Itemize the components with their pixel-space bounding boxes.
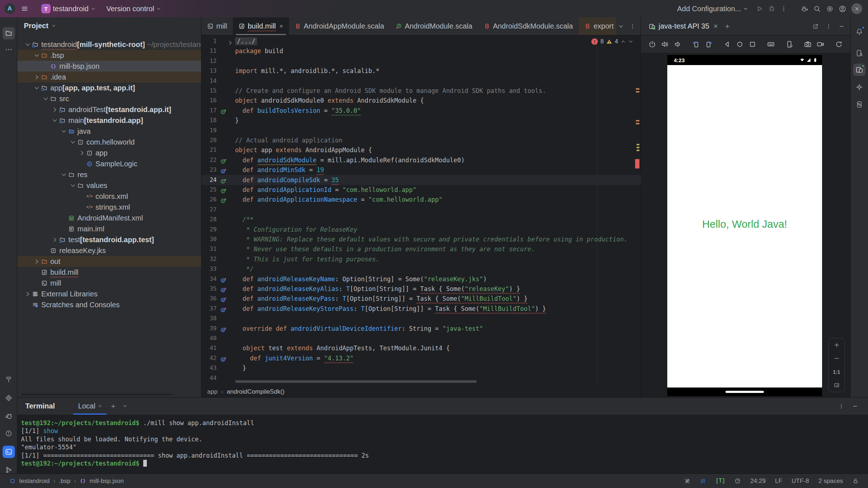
tree-item-SampleLogic[interactable]: CSampleLogic — [17, 158, 201, 169]
mill-override-gutter-icon[interactable]: O — [220, 305, 226, 312]
tree-item-build.mill[interactable]: build.mill — [17, 267, 201, 278]
mill-task-gutter-icon[interactable]: T — [220, 187, 226, 193]
mill-task-status-icon[interactable]: [T] — [715, 478, 725, 484]
tree-item-main[interactable]: main [testandroid.app] — [17, 115, 201, 126]
line-number[interactable]: 38 — [201, 313, 217, 324]
vcs-widget[interactable]: Version control — [103, 3, 164, 15]
line-number[interactable]: 44 — [201, 373, 217, 383]
line-number[interactable]: 25 — [201, 185, 217, 195]
tool-strip-more-tool-windows[interactable] — [3, 43, 15, 56]
line-number[interactable]: 30 — [201, 234, 217, 244]
line-number[interactable]: 21 — [201, 145, 217, 155]
tree-item-out[interactable]: out — [17, 256, 201, 267]
chevron-right-icon[interactable] — [25, 291, 31, 297]
bsp-sync-icon[interactable] — [700, 478, 706, 484]
line-number[interactable]: 32 — [201, 254, 217, 264]
line-number[interactable]: 31 — [201, 244, 217, 254]
terminal-options-icon[interactable] — [838, 403, 844, 409]
chevron-down-icon[interactable] — [25, 42, 31, 48]
close-terminal-tab-icon[interactable]: × — [98, 403, 102, 410]
inspections-widget[interactable]: ! 8 4 — [591, 38, 633, 45]
zoom-out-icon[interactable] — [834, 355, 840, 361]
new-terminal-icon[interactable] — [110, 403, 116, 409]
settings-gear-icon[interactable] — [826, 5, 834, 13]
user-account-icon[interactable] — [839, 5, 846, 13]
hide-terminal-icon[interactable] — [852, 403, 858, 409]
close-tab-icon[interactable]: × — [280, 23, 283, 30]
mill-override-gutter-icon[interactable]: O — [220, 295, 226, 301]
breadcrumb-item[interactable]: testandroid — [19, 478, 50, 485]
line-number[interactable]: 14 — [201, 76, 217, 86]
zoom-in-icon[interactable] — [834, 342, 840, 348]
tool-strip-notifications[interactable] — [853, 25, 865, 38]
hide-panel-icon[interactable] — [839, 23, 844, 29]
breadcrumb-item[interactable]: mill-bsp.json — [90, 478, 124, 485]
line-number[interactable]: 41 — [201, 343, 217, 353]
tree-item-AndroidManifest.xml[interactable]: MAndroidManifest.xml — [17, 213, 201, 223]
line-number[interactable]: 35 — [201, 284, 217, 294]
tree-item-main.iml[interactable]: main.iml — [17, 223, 201, 234]
mill-task-gutter-icon[interactable]: T — [220, 196, 226, 202]
line-number[interactable]: 34 — [201, 274, 217, 284]
editor-breadcrumbs[interactable]: app › androidCompileSdk() — [201, 386, 641, 397]
tree-item-.idea[interactable]: .idea — [17, 72, 201, 82]
emulator-power-icon[interactable] — [648, 40, 656, 48]
debug-icon[interactable] — [768, 5, 775, 12]
chevron-down-icon[interactable] — [34, 85, 40, 91]
editor-tab-export[interactable]: export — [579, 17, 616, 35]
tree-item-app[interactable]: app [app, app.test, app.it] — [17, 82, 201, 93]
stripe-mark[interactable] — [637, 144, 639, 145]
lock-icon[interactable] — [852, 478, 859, 484]
line-number[interactable]: 40 — [201, 333, 217, 343]
highlighting-pin-icon[interactable] — [684, 478, 690, 484]
tool-strip-mill[interactable] — [3, 410, 15, 423]
editor-tab-AndroidSdkModule.scala[interactable]: AndroidSdkModule.scala — [478, 17, 579, 35]
breadcrumb-item[interactable]: androidCompileSdk() — [227, 388, 285, 395]
line-number[interactable]: 16 — [201, 95, 217, 106]
tool-strip-device-manager[interactable] — [853, 47, 865, 59]
tree-item-androidTest[interactable]: androidTest [testandroid.app.it] — [17, 104, 201, 115]
stripe-mark[interactable] — [635, 159, 639, 168]
line-number[interactable]: 28 — [201, 214, 217, 224]
tree-item-strings.xml[interactable]: </>strings.xml — [17, 202, 201, 213]
editor-tab-mill[interactable]: mill — [201, 17, 233, 35]
nav-handle[interactable] — [726, 391, 764, 393]
tool-strip-build[interactable] — [3, 373, 15, 386]
breadcrumb-item[interactable]: app — [207, 388, 217, 395]
emulator-phone-settings-icon[interactable] — [786, 40, 793, 48]
line-number[interactable]: 36 — [201, 294, 217, 304]
main-menu-icon[interactable] — [21, 5, 28, 12]
line-number[interactable]: 18 — [201, 115, 217, 125]
device-panel-options-icon[interactable] — [826, 23, 831, 29]
fit-screen-icon[interactable] — [834, 382, 840, 388]
line-number[interactable]: 20 — [201, 135, 217, 145]
tree-item-mill[interactable]: mill — [17, 278, 201, 288]
tree-item-Scratches and Consoles[interactable]: Scratches and Consoles — [17, 299, 201, 310]
window-close-button[interactable] — [851, 3, 862, 14]
fold-marker-icon[interactable] — [227, 38, 233, 44]
emulator-vol-up-icon[interactable] — [661, 40, 669, 48]
line-number[interactable]: 15 — [201, 86, 217, 96]
tool-strip-project[interactable] — [3, 27, 15, 39]
line-number[interactable]: 17 — [201, 106, 217, 116]
emulator-record-icon[interactable] — [817, 40, 824, 48]
run-icon[interactable] — [756, 5, 763, 12]
tree-item-releaseKey.jks[interactable]: ?releaseKey.jks — [17, 245, 201, 256]
breadcrumb-item[interactable]: .bsp — [59, 478, 71, 485]
editor-tab-build.mill[interactable]: build.mill× — [233, 17, 289, 35]
line-number[interactable]: 37 — [201, 304, 217, 314]
tool-strip-device-explorer[interactable] — [853, 98, 865, 111]
tree-item-app[interactable]: app — [17, 147, 201, 158]
editor-tab-AndroidModule.scala[interactable]: TAndroidModule.scala — [390, 17, 478, 35]
line-number[interactable]: 26 — [201, 194, 217, 205]
error-stripe[interactable] — [635, 36, 640, 385]
line-number[interactable]: 13 — [201, 66, 217, 76]
close-device-tab-icon[interactable]: × — [714, 22, 718, 30]
project-panel-header[interactable]: Project — [24, 22, 56, 30]
line-number[interactable]: 22 — [201, 155, 217, 165]
tree-item-values[interactable]: values — [17, 180, 201, 191]
line-number[interactable]: 39 — [201, 324, 217, 334]
stripe-mark[interactable] — [636, 120, 639, 121]
project-widget[interactable]: T testandroid — [38, 2, 98, 16]
mill-override-gutter-icon[interactable]: O — [220, 325, 226, 331]
